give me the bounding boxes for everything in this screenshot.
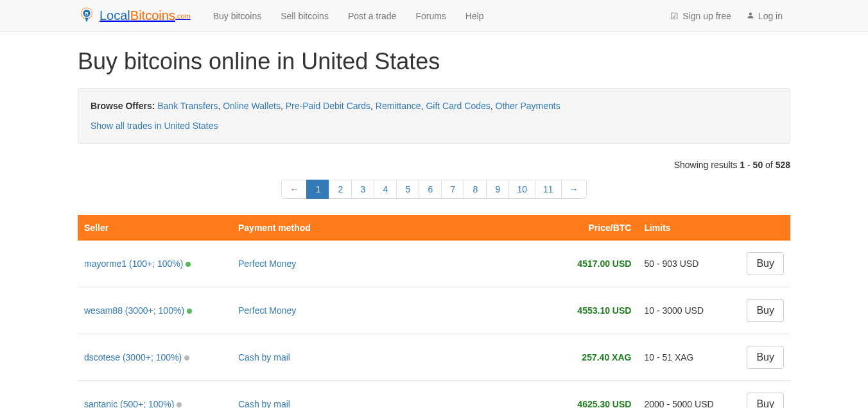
status-dot-icon (187, 309, 192, 314)
status-dot-icon (177, 402, 182, 407)
buy-button[interactable]: Buy (747, 252, 784, 275)
table-row: wesam88 (3000+; 100%)Perfect Money4553.1… (78, 287, 790, 334)
price-cell: 257.40 XAG (560, 334, 638, 381)
login-link[interactable]: Log in (739, 11, 790, 21)
price-cell: 4625.30 USD (560, 381, 638, 409)
page-10[interactable]: 10 (509, 180, 535, 198)
th-price: Price/BTC (560, 215, 638, 241)
table-row: mayorme1 (100+; 100%)Perfect Money4517.0… (78, 241, 790, 287)
page-1: 1 (307, 180, 329, 198)
status-dot-icon (186, 262, 191, 267)
page-5[interactable]: 5 (397, 180, 419, 198)
page-3[interactable]: 3 (352, 180, 374, 198)
table-row: dscotese (3000+; 100%)Cash by mail257.40… (78, 334, 790, 381)
offer-link-gift-card-codes[interactable]: Gift Card Codes (426, 101, 490, 111)
buy-button[interactable]: Buy (747, 393, 784, 408)
price-cell: 4553.10 USD (560, 287, 638, 334)
user-icon (747, 11, 754, 21)
page-8[interactable]: 8 (464, 180, 486, 198)
th-seller: Seller (78, 215, 232, 241)
offer-link-online-wallets[interactable]: Online Wallets (223, 101, 281, 111)
status-dot-icon (184, 355, 189, 361)
show-all-trades-link[interactable]: Show all trades in United States (91, 121, 218, 131)
page-2[interactable]: 2 (329, 180, 351, 198)
buy-button[interactable]: Buy (747, 299, 784, 322)
limits-cell: 10 - 51 XAG (638, 334, 740, 381)
page-prev: ← (282, 180, 306, 198)
seller-link[interactable]: santanic (500+; 100%) (84, 399, 174, 408)
offer-link-pre-paid-debit-cards[interactable]: Pre-Paid Debit Cards (286, 101, 370, 111)
signup-link[interactable]: ☑ Sign up free (663, 11, 739, 21)
nav-links: Buy bitcoinsSell bitcoinsPost a tradeFor… (204, 0, 663, 32)
limits-cell: 10 - 3000 USD (638, 287, 740, 334)
th-limits: Limits (638, 215, 740, 241)
pagination: ←1234567891011→ (78, 180, 790, 199)
bitcoin-pin-icon: B (78, 7, 96, 25)
payment-method-link[interactable]: Perfect Money (238, 259, 296, 269)
limits-cell: 2000 - 5000 USD (638, 381, 740, 409)
page-7[interactable]: 7 (442, 180, 464, 198)
offer-link-bank-transfers[interactable]: Bank Transfers (157, 101, 218, 111)
brand-text-com: .com (175, 12, 191, 20)
nav-right: ☑ Sign up free Log in (663, 11, 790, 21)
page-title: Buy bitcoins online in United States (78, 48, 790, 75)
brand-text-local: Local (100, 8, 130, 23)
page-11[interactable]: 11 (535, 180, 561, 198)
offers-table: Seller Payment method Price/BTC Limits m… (78, 215, 790, 408)
seller-link[interactable]: mayorme1 (100+; 100%) (84, 259, 183, 269)
login-label: Log in (758, 11, 783, 21)
browse-offers-well: Browse Offers: Bank Transfers, Online Wa… (78, 88, 790, 144)
page-4[interactable]: 4 (374, 180, 396, 198)
payment-method-link[interactable]: Cash by mail (238, 352, 290, 362)
signup-label: Sign up free (682, 11, 731, 21)
seller-link[interactable]: dscotese (3000+; 100%) (84, 352, 182, 362)
th-payment: Payment method (232, 215, 560, 241)
offer-link-other-payments[interactable]: Other Payments (496, 101, 560, 111)
th-buy (740, 215, 790, 241)
payment-method-link[interactable]: Perfect Money (238, 305, 296, 316)
nav-link-post-a-trade[interactable]: Post a trade (338, 0, 406, 32)
browse-label: Browse Offers: (91, 101, 155, 111)
navbar: B LocalBitcoins.com Buy bitcoinsSell bit… (0, 0, 868, 32)
page-9[interactable]: 9 (487, 180, 508, 198)
nav-link-help[interactable]: Help (456, 0, 494, 32)
payment-method-link[interactable]: Cash by mail (238, 399, 290, 408)
offer-link-remittance[interactable]: Remittance (376, 101, 421, 111)
page-next[interactable]: → (562, 180, 586, 198)
price-cell: 4517.00 USD (560, 241, 638, 287)
nav-link-forums[interactable]: Forums (406, 0, 455, 32)
svg-text:B: B (85, 11, 89, 17)
page-6[interactable]: 6 (419, 180, 441, 198)
results-info: Showing results 1 - 50 of 528 (78, 160, 790, 170)
seller-link[interactable]: wesam88 (3000+; 100%) (84, 305, 184, 316)
nav-link-sell-bitcoins[interactable]: Sell bitcoins (271, 0, 338, 32)
limits-cell: 50 - 903 USD (638, 241, 740, 287)
table-row: santanic (500+; 100%)Cash by mail4625.30… (78, 381, 790, 409)
check-square-icon: ☑ (670, 11, 679, 21)
brand-logo[interactable]: B LocalBitcoins.com (78, 7, 191, 25)
brand-text-bitcoins: Bitcoins (130, 8, 175, 23)
nav-link-buy-bitcoins[interactable]: Buy bitcoins (204, 0, 271, 32)
buy-button[interactable]: Buy (747, 346, 784, 369)
